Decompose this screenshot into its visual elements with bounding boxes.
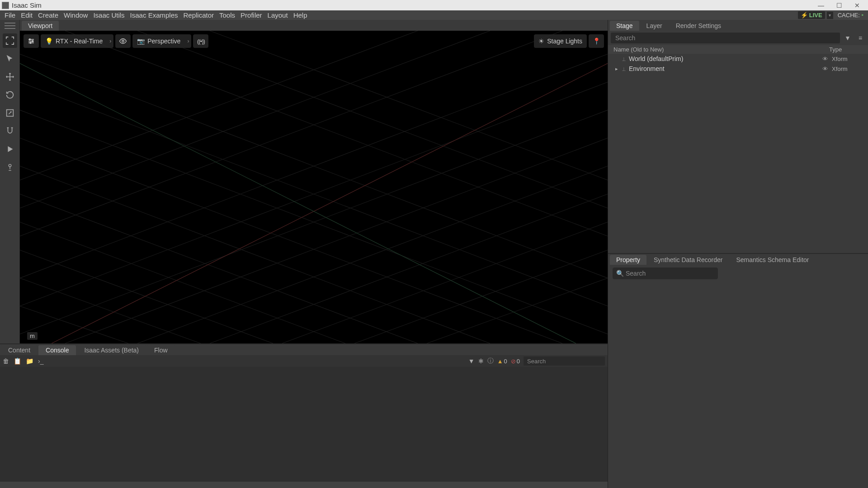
warning-icon: ▲ — [497, 358, 503, 365]
tool-scale[interactable] — [3, 106, 17, 120]
viewport-settings-icon[interactable] — [24, 34, 39, 48]
camera-icon: 📷 — [137, 38, 145, 45]
property-body — [608, 282, 868, 488]
menu-replicator[interactable]: Replicator — [181, 10, 217, 20]
stage-tree[interactable]: ⟂ World (defaultPrim) 👁 Xform ▸ ⟂ Enviro… — [608, 54, 868, 253]
camera-selector[interactable]: 📷 Perspective — [132, 34, 185, 48]
visibility-toggle[interactable] — [115, 34, 131, 48]
minimize-button[interactable]: — — [812, 0, 830, 10]
stage-header-vis — [816, 46, 829, 53]
bolt-icon: ⚡ — [801, 12, 808, 19]
tab-layer[interactable]: Layer — [640, 21, 669, 31]
menu-tools[interactable]: Tools — [217, 10, 238, 20]
viewport-canvas[interactable]: 💡 RTX - Real-Time › 📷 Perspective — [20, 31, 608, 343]
render-mode-selector[interactable]: 💡 RTX - Real-Time — [41, 34, 107, 48]
search-icon: 🔍 — [616, 270, 624, 277]
stage-filter-icon[interactable]: ▼ — [843, 33, 853, 43]
stage-header-type: Type — [829, 46, 865, 53]
maximize-button[interactable]: ☐ — [830, 0, 848, 10]
menu-layout[interactable]: Layout — [265, 10, 291, 20]
menu-isaac-utils[interactable]: Isaac Utils — [90, 10, 127, 20]
tree-type: Xform — [832, 66, 868, 72]
expander-icon[interactable]: ▸ — [613, 66, 620, 72]
tool-physics[interactable] — [3, 160, 17, 174]
error-icon: ⊘ — [511, 358, 516, 365]
title-bar: Isaac Sim — ☐ ✕ — [0, 0, 868, 10]
tab-isaac-assets[interactable]: Isaac Assets (Beta) — [77, 345, 146, 355]
tab-viewport[interactable]: Viewport — [22, 21, 59, 31]
menu-bar: File Edit Create Window Isaac Utils Isaa… — [0, 10, 868, 20]
stage-lights-selector[interactable]: ☀ Stage Lights — [534, 34, 587, 48]
menu-help[interactable]: Help — [291, 10, 310, 20]
console-output[interactable] — [0, 367, 608, 482]
tab-stage[interactable]: Stage — [610, 21, 639, 31]
hamburger-icon[interactable] — [3, 22, 17, 30]
filter-icon[interactable]: ▼ — [468, 357, 475, 365]
stage-options-icon[interactable]: ≡ — [855, 33, 865, 43]
stage-header[interactable]: Name (Old to New) Type — [608, 45, 868, 54]
property-search[interactable] — [613, 267, 718, 279]
menu-create[interactable]: Create — [35, 10, 61, 20]
menu-window[interactable]: Window — [61, 10, 90, 20]
tab-property[interactable]: Property — [610, 255, 646, 265]
live-status[interactable]: ⚡ LIVE — [798, 11, 825, 19]
render-mode-chevron[interactable]: › — [107, 34, 113, 48]
tool-play[interactable] — [3, 142, 17, 156]
verbose-icon[interactable]: ✱ — [478, 357, 484, 365]
stage-header-name: Name (Old to New) — [613, 46, 816, 53]
pin-marker-icon[interactable]: 📍 — [589, 34, 604, 48]
xform-icon: ⟂ — [620, 56, 628, 62]
info-icon[interactable]: ⓘ — [487, 357, 494, 365]
error-count[interactable]: ⊘ 0 — [511, 358, 520, 365]
menu-file[interactable]: File — [2, 10, 18, 20]
svg-point-2 — [29, 39, 31, 40]
console-prompt-icon[interactable]: ›_ — [38, 357, 43, 365]
cache-dot-icon: • — [861, 12, 863, 19]
tab-synthetic-data[interactable]: Synthetic Data Recorder — [647, 255, 729, 265]
svg-point-1 — [9, 164, 11, 167]
right-bottom-tabs: Property Synthetic Data Recorder Semanti… — [608, 254, 868, 265]
tool-snap[interactable] — [3, 124, 17, 138]
menu-profiler[interactable]: Profiler — [238, 10, 265, 20]
live-label: LIVE — [809, 12, 822, 19]
svg-point-3 — [32, 41, 33, 42]
tree-label: Environment — [628, 65, 818, 72]
visibility-icon[interactable]: 👁 — [818, 66, 832, 72]
tree-type: Xform — [832, 56, 868, 62]
error-count-value: 0 — [517, 358, 520, 365]
stage-panel: ▼ ≡ Name (Old to New) Type ⟂ World (defa… — [608, 31, 868, 253]
cache-status[interactable]: CACHE: • — [835, 11, 866, 19]
stage-search[interactable] — [611, 33, 840, 43]
tree-label: World (defaultPrim) — [628, 55, 818, 62]
warning-count[interactable]: ▲ 0 — [497, 358, 507, 365]
tree-row-environment[interactable]: ▸ ⟂ Environment 👁 Xform — [608, 64, 868, 74]
tab-content[interactable]: Content — [1, 345, 38, 355]
live-dropdown[interactable]: ▾ — [827, 12, 833, 19]
tab-semantics[interactable]: Semantics Schema Editor — [730, 255, 815, 265]
menu-isaac-examples[interactable]: Isaac Examples — [127, 10, 181, 20]
tree-row-world[interactable]: ⟂ World (defaultPrim) 👁 Xform — [608, 54, 868, 64]
camera-label: Perspective — [147, 38, 180, 45]
tool-move[interactable] — [3, 70, 17, 84]
bottom-panel: Content Console Isaac Assets (Beta) Flow… — [0, 343, 608, 488]
tool-select[interactable] — [3, 52, 17, 66]
tab-flow[interactable]: Flow — [147, 345, 175, 355]
audio-toggle[interactable]: ((•)) — [193, 34, 208, 48]
cache-label: CACHE: — [838, 12, 860, 19]
bottom-tabs: Content Console Isaac Assets (Beta) Flow — [0, 344, 608, 355]
tool-rotate[interactable] — [3, 88, 17, 102]
tab-render-settings[interactable]: Render Settings — [670, 21, 727, 31]
camera-chevron[interactable]: › — [185, 34, 191, 48]
console-clear-icon[interactable]: 🗑 — [3, 357, 9, 365]
tool-frame[interactable] — [3, 33, 17, 48]
console-search[interactable] — [524, 357, 605, 366]
console-footer — [0, 482, 608, 488]
close-button[interactable]: ✕ — [848, 0, 866, 10]
tab-console[interactable]: Console — [38, 345, 76, 355]
console-toolbar: 🗑 📋 📁 ›_ ▼ ✱ ⓘ ▲ 0 ⊘ 0 — [0, 355, 608, 367]
lightbulb-icon: 💡 — [45, 38, 53, 45]
visibility-icon[interactable]: 👁 — [818, 56, 832, 62]
console-open-icon[interactable]: 📁 — [26, 357, 33, 365]
menu-edit[interactable]: Edit — [18, 10, 35, 20]
console-copy-icon[interactable]: 📋 — [14, 357, 21, 365]
